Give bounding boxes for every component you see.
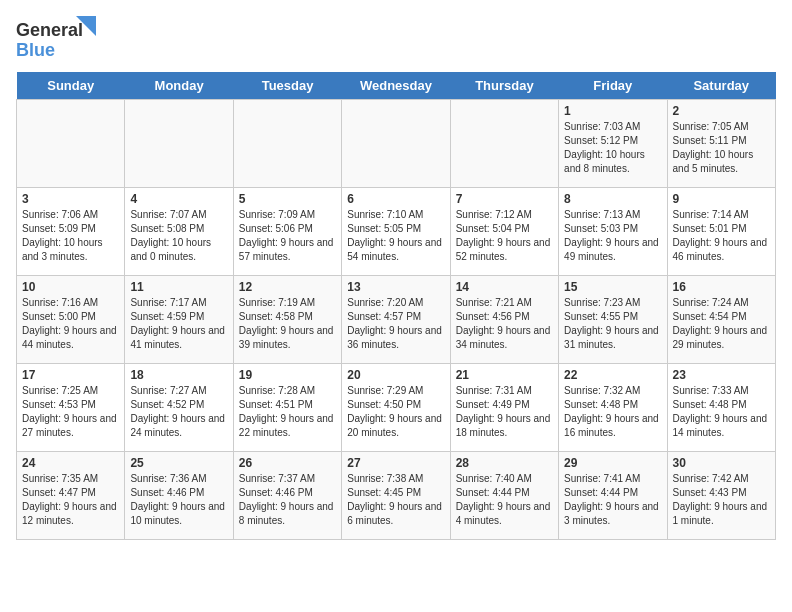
day-number: 29: [564, 456, 661, 470]
calendar-cell: 4Sunrise: 7:07 AM Sunset: 5:08 PM Daylig…: [125, 188, 233, 276]
day-info: Sunrise: 7:36 AM Sunset: 4:46 PM Dayligh…: [130, 472, 227, 528]
day-info: Sunrise: 7:42 AM Sunset: 4:43 PM Dayligh…: [673, 472, 770, 528]
svg-text:Blue: Blue: [16, 40, 55, 60]
calendar-cell: 8Sunrise: 7:13 AM Sunset: 5:03 PM Daylig…: [559, 188, 667, 276]
day-number: 19: [239, 368, 336, 382]
day-info: Sunrise: 7:05 AM Sunset: 5:11 PM Dayligh…: [673, 120, 770, 176]
day-number: 28: [456, 456, 553, 470]
calendar-cell: 30Sunrise: 7:42 AM Sunset: 4:43 PM Dayli…: [667, 452, 775, 540]
calendar-cell: [342, 100, 450, 188]
day-info: Sunrise: 7:09 AM Sunset: 5:06 PM Dayligh…: [239, 208, 336, 264]
calendar-cell: 10Sunrise: 7:16 AM Sunset: 5:00 PM Dayli…: [17, 276, 125, 364]
calendar-week-row: 10Sunrise: 7:16 AM Sunset: 5:00 PM Dayli…: [17, 276, 776, 364]
day-info: Sunrise: 7:23 AM Sunset: 4:55 PM Dayligh…: [564, 296, 661, 352]
header: GeneralBlue: [16, 16, 776, 60]
calendar-cell: [450, 100, 558, 188]
day-number: 7: [456, 192, 553, 206]
day-number: 21: [456, 368, 553, 382]
day-info: Sunrise: 7:40 AM Sunset: 4:44 PM Dayligh…: [456, 472, 553, 528]
day-number: 8: [564, 192, 661, 206]
day-number: 5: [239, 192, 336, 206]
day-number: 15: [564, 280, 661, 294]
calendar-cell: 6Sunrise: 7:10 AM Sunset: 5:05 PM Daylig…: [342, 188, 450, 276]
calendar-cell: 20Sunrise: 7:29 AM Sunset: 4:50 PM Dayli…: [342, 364, 450, 452]
day-info: Sunrise: 7:07 AM Sunset: 5:08 PM Dayligh…: [130, 208, 227, 264]
day-info: Sunrise: 7:12 AM Sunset: 5:04 PM Dayligh…: [456, 208, 553, 264]
day-info: Sunrise: 7:24 AM Sunset: 4:54 PM Dayligh…: [673, 296, 770, 352]
day-number: 18: [130, 368, 227, 382]
calendar-cell: 1Sunrise: 7:03 AM Sunset: 5:12 PM Daylig…: [559, 100, 667, 188]
day-number: 12: [239, 280, 336, 294]
calendar-cell: 26Sunrise: 7:37 AM Sunset: 4:46 PM Dayli…: [233, 452, 341, 540]
day-number: 16: [673, 280, 770, 294]
calendar-cell: 19Sunrise: 7:28 AM Sunset: 4:51 PM Dayli…: [233, 364, 341, 452]
calendar-cell: 16Sunrise: 7:24 AM Sunset: 4:54 PM Dayli…: [667, 276, 775, 364]
day-info: Sunrise: 7:14 AM Sunset: 5:01 PM Dayligh…: [673, 208, 770, 264]
day-info: Sunrise: 7:13 AM Sunset: 5:03 PM Dayligh…: [564, 208, 661, 264]
day-number: 10: [22, 280, 119, 294]
day-header: Tuesday: [233, 72, 341, 100]
day-number: 3: [22, 192, 119, 206]
calendar-cell: 28Sunrise: 7:40 AM Sunset: 4:44 PM Dayli…: [450, 452, 558, 540]
calendar-cell: 25Sunrise: 7:36 AM Sunset: 4:46 PM Dayli…: [125, 452, 233, 540]
day-info: Sunrise: 7:03 AM Sunset: 5:12 PM Dayligh…: [564, 120, 661, 176]
day-info: Sunrise: 7:33 AM Sunset: 4:48 PM Dayligh…: [673, 384, 770, 440]
calendar-cell: [233, 100, 341, 188]
day-number: 17: [22, 368, 119, 382]
day-info: Sunrise: 7:16 AM Sunset: 5:00 PM Dayligh…: [22, 296, 119, 352]
calendar-table: SundayMondayTuesdayWednesdayThursdayFrid…: [16, 72, 776, 540]
day-header: Wednesday: [342, 72, 450, 100]
calendar-cell: 29Sunrise: 7:41 AM Sunset: 4:44 PM Dayli…: [559, 452, 667, 540]
calendar-week-row: 1Sunrise: 7:03 AM Sunset: 5:12 PM Daylig…: [17, 100, 776, 188]
calendar-cell: 9Sunrise: 7:14 AM Sunset: 5:01 PM Daylig…: [667, 188, 775, 276]
day-info: Sunrise: 7:41 AM Sunset: 4:44 PM Dayligh…: [564, 472, 661, 528]
day-number: 20: [347, 368, 444, 382]
day-number: 4: [130, 192, 227, 206]
day-header: Sunday: [17, 72, 125, 100]
logo-svg: GeneralBlue: [16, 16, 96, 60]
day-info: Sunrise: 7:32 AM Sunset: 4:48 PM Dayligh…: [564, 384, 661, 440]
day-number: 6: [347, 192, 444, 206]
day-info: Sunrise: 7:10 AM Sunset: 5:05 PM Dayligh…: [347, 208, 444, 264]
calendar-cell: 11Sunrise: 7:17 AM Sunset: 4:59 PM Dayli…: [125, 276, 233, 364]
calendar-cell: 7Sunrise: 7:12 AM Sunset: 5:04 PM Daylig…: [450, 188, 558, 276]
day-header: Thursday: [450, 72, 558, 100]
calendar-cell: 21Sunrise: 7:31 AM Sunset: 4:49 PM Dayli…: [450, 364, 558, 452]
calendar-cell: 23Sunrise: 7:33 AM Sunset: 4:48 PM Dayli…: [667, 364, 775, 452]
logo: GeneralBlue: [16, 16, 96, 60]
header-row: SundayMondayTuesdayWednesdayThursdayFrid…: [17, 72, 776, 100]
day-header: Saturday: [667, 72, 775, 100]
calendar-cell: [17, 100, 125, 188]
calendar-cell: [125, 100, 233, 188]
day-number: 26: [239, 456, 336, 470]
day-number: 14: [456, 280, 553, 294]
day-info: Sunrise: 7:28 AM Sunset: 4:51 PM Dayligh…: [239, 384, 336, 440]
day-info: Sunrise: 7:21 AM Sunset: 4:56 PM Dayligh…: [456, 296, 553, 352]
day-number: 1: [564, 104, 661, 118]
calendar-cell: 22Sunrise: 7:32 AM Sunset: 4:48 PM Dayli…: [559, 364, 667, 452]
calendar-cell: 15Sunrise: 7:23 AM Sunset: 4:55 PM Dayli…: [559, 276, 667, 364]
day-info: Sunrise: 7:37 AM Sunset: 4:46 PM Dayligh…: [239, 472, 336, 528]
day-info: Sunrise: 7:27 AM Sunset: 4:52 PM Dayligh…: [130, 384, 227, 440]
day-info: Sunrise: 7:31 AM Sunset: 4:49 PM Dayligh…: [456, 384, 553, 440]
day-number: 23: [673, 368, 770, 382]
calendar-cell: 18Sunrise: 7:27 AM Sunset: 4:52 PM Dayli…: [125, 364, 233, 452]
day-info: Sunrise: 7:17 AM Sunset: 4:59 PM Dayligh…: [130, 296, 227, 352]
day-number: 11: [130, 280, 227, 294]
day-info: Sunrise: 7:35 AM Sunset: 4:47 PM Dayligh…: [22, 472, 119, 528]
calendar-cell: 14Sunrise: 7:21 AM Sunset: 4:56 PM Dayli…: [450, 276, 558, 364]
svg-text:General: General: [16, 20, 83, 40]
calendar-cell: 13Sunrise: 7:20 AM Sunset: 4:57 PM Dayli…: [342, 276, 450, 364]
day-number: 2: [673, 104, 770, 118]
day-info: Sunrise: 7:29 AM Sunset: 4:50 PM Dayligh…: [347, 384, 444, 440]
day-info: Sunrise: 7:25 AM Sunset: 4:53 PM Dayligh…: [22, 384, 119, 440]
day-info: Sunrise: 7:20 AM Sunset: 4:57 PM Dayligh…: [347, 296, 444, 352]
day-number: 25: [130, 456, 227, 470]
calendar-cell: 3Sunrise: 7:06 AM Sunset: 5:09 PM Daylig…: [17, 188, 125, 276]
calendar-cell: 2Sunrise: 7:05 AM Sunset: 5:11 PM Daylig…: [667, 100, 775, 188]
day-number: 27: [347, 456, 444, 470]
calendar-cell: 5Sunrise: 7:09 AM Sunset: 5:06 PM Daylig…: [233, 188, 341, 276]
day-header: Monday: [125, 72, 233, 100]
calendar-week-row: 17Sunrise: 7:25 AM Sunset: 4:53 PM Dayli…: [17, 364, 776, 452]
day-number: 13: [347, 280, 444, 294]
